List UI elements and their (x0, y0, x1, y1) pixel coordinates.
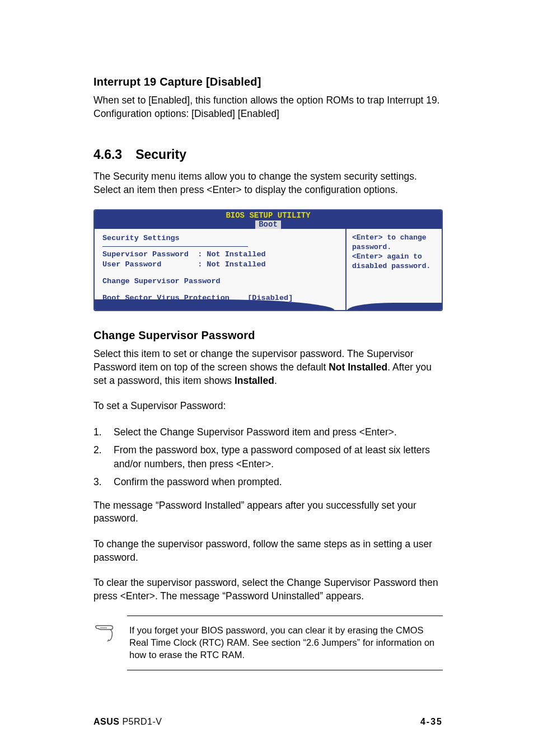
list-number: 2. (93, 443, 114, 471)
to-set-supervisor-password: To set a Supervisor Password: (93, 400, 443, 413)
password-steps-list: 1. Select the Change Supervisor Password… (93, 425, 443, 489)
bios-separator (102, 246, 248, 247)
section-title: Security (135, 147, 186, 162)
bios-supervisor-password-row: Supervisor Password : Not Installed (102, 250, 338, 260)
text-bold-fragment: Installed (235, 375, 274, 386)
security-heading: 4.6.3Security (93, 147, 443, 162)
security-intro: The Security menu items allow you to cha… (93, 170, 443, 196)
bios-user-password-row: User Password : Not Installed (102, 260, 338, 270)
bios-header: BIOS SETUP UTILITY Boot (95, 210, 442, 229)
footer-page-number: 4-35 (420, 717, 443, 727)
change-password-steps: To change the supervisor password, follo… (93, 538, 443, 564)
password-installed-msg: The message “Password Installed” appears… (93, 499, 443, 525)
bios-title: BIOS SETUP UTILITY (95, 212, 442, 220)
list-text: Select the Change Supervisor Password it… (114, 425, 397, 439)
bios-security-settings-label: Security Settings (102, 233, 338, 243)
bios-left-panel: Security Settings Supervisor Password : … (95, 229, 346, 310)
list-text: From the password box, type a password c… (114, 443, 443, 471)
list-text: Confirm the password when prompted. (114, 475, 282, 489)
bios-change-supervisor-password: Change Supervisor Password (102, 276, 338, 287)
clear-password-steps: To clear the supervisor password, select… (93, 576, 443, 603)
list-item: 3. Confirm the password when prompted. (93, 475, 443, 489)
note-text: If you forget your BIOS password, you ca… (129, 624, 443, 661)
change-supervisor-password-heading: Change Supervisor Password (93, 329, 443, 342)
section-number: 4.6.3 (93, 147, 122, 162)
footer-model: P5RD1-V (122, 717, 162, 726)
bios-help-panel: <Enter> to change password. <Enter> agai… (346, 229, 442, 310)
list-item: 2. From the password box, type a passwor… (93, 443, 443, 471)
list-number: 1. (93, 425, 114, 439)
page-footer: ASUS P5RD1-V 4-35 (93, 717, 443, 727)
interrupt-19-heading: Interrupt 19 Capture [Disabled] (93, 76, 443, 88)
note-block: If you forget your BIOS password, you ca… (127, 616, 443, 671)
bios-tab-boot: Boot (255, 220, 281, 229)
footer-brand-name: ASUS (93, 717, 119, 726)
footer-brand: ASUS P5RD1-V (93, 717, 162, 727)
interrupt-19-body: When set to [Enabled], this function all… (93, 94, 443, 120)
text-bold-fragment: Not Installed (329, 361, 387, 373)
list-number: 3. (93, 475, 114, 489)
text-fragment: . (274, 375, 277, 386)
change-supervisor-password-p1: Select this item to set or change the su… (93, 348, 443, 387)
list-item: 1. Select the Change Supervisor Password… (93, 425, 443, 439)
note-icon (93, 624, 116, 643)
bios-screenshot: BIOS SETUP UTILITY Boot Security Setting… (93, 209, 443, 312)
